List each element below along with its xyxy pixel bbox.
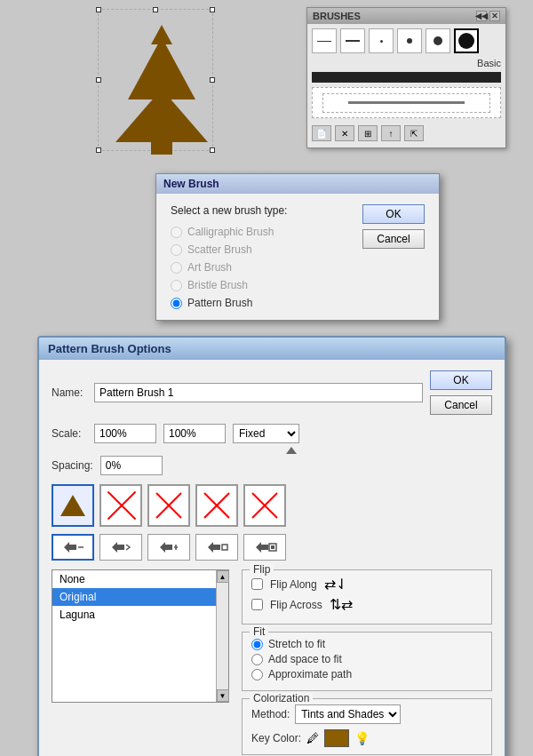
handle-ml[interactable] [96,77,101,83]
flip-along-label: Flip Along [270,578,317,591]
arrow-icon-4 [204,538,229,556]
fit-stretch-radio[interactable] [251,639,263,650]
tile-box-2[interactable] [99,484,142,527]
pattern-ok-btn[interactable]: OK [430,370,492,390]
pattern-lower: None Original Laguna ▲ ▼ Flip [52,569,492,756]
handle-tl[interactable] [96,7,101,12]
brushes-toolbar: 📄 ✕ ⊞ ↑ ⇱ [312,123,501,143]
handle-tr[interactable] [210,7,215,12]
pattern-cancel-btn[interactable]: Cancel [430,395,492,415]
tile-arrow-1[interactable] [52,534,94,561]
fit-addspace-label: Add space to fit [268,653,342,665]
brush-swatch-3[interactable] [369,28,394,53]
flip-across-checkbox[interactable] [251,599,263,610]
brush-swatch-5[interactable] [426,28,450,53]
svg-rect-9 [271,545,274,549]
key-color-swatch[interactable] [324,729,349,747]
name-input[interactable] [94,383,423,402]
scale-input-2[interactable] [163,424,226,443]
brush-swatch-2[interactable] [340,28,365,53]
new-brush-prompt: Select a new brush type: [171,204,354,217]
spacing-row: Spacing: [52,456,492,475]
brush-swatch-6[interactable] [454,28,479,53]
fit-approx-radio[interactable] [251,669,263,680]
new-brush-radio-group: Calligraphic Brush Scatter Brush Art Bru… [171,226,354,309]
spacing-input[interactable] [100,456,163,475]
key-color-label: Key Color: [251,732,301,744]
brush-tool-expand[interactable]: ⇱ [404,125,424,141]
list-item-laguna[interactable]: Laguna [52,606,216,624]
flip-across-icon: ⇅⇄ [330,596,353,613]
radio-scatter-input[interactable] [171,244,182,256]
brush-tool-options[interactable]: ⊞ [358,125,378,141]
brushes-panel-title: BRUSHES [313,11,361,21]
tile-arrow-5[interactable] [243,534,286,561]
list-section: None Original Laguna ▲ ▼ [52,569,229,756]
arrow-icon-2 [108,538,133,556]
radio-pattern-input[interactable] [171,298,182,309]
handle-mr[interactable] [210,77,215,83]
flip-across-row: Flip Across ⇅⇄ [251,596,482,613]
new-brush-ok-btn[interactable]: OK [362,204,425,224]
list-item-none[interactable]: None [52,570,216,588]
flip-along-checkbox[interactable] [251,578,263,590]
tile-arrows-row [52,534,492,561]
radio-calligraphic-input[interactable] [171,227,182,238]
brush-preview-box[interactable] [312,87,501,118]
brushes-close-btn[interactable]: ✕ [489,11,500,21]
method-select[interactable]: Tints and Shades Tints Hue Shift None [295,704,401,724]
scroll-down-btn[interactable]: ▼ [217,689,229,702]
scale-row: Scale: Fixed Random Pressure [52,424,492,443]
tile-arrow-3[interactable] [147,534,190,561]
radio-bristle-input[interactable] [171,280,182,291]
tile-box-4[interactable] [195,484,238,527]
tile-x-icon-3 [153,489,185,521]
brush-dot-4 [407,38,412,44]
name-row: Name: OK Cancel [52,370,492,415]
fit-addspace-radio[interactable] [251,654,263,665]
flip-along-icon: ⇄⇃ [324,576,347,593]
handle-br[interactable] [210,147,215,153]
arrow-icon-3 [156,538,181,556]
light-bulb-icon[interactable]: 💡 [354,731,370,745]
new-brush-dialog: New Brush Select a new brush type: Calli… [155,173,440,321]
svg-rect-7 [222,545,227,550]
brushes-collapse-btn[interactable]: ◀◀ [476,11,487,21]
pattern-brush-title: Pattern Brush Options [48,342,171,355]
tile-arrow-4[interactable] [195,534,238,561]
new-brush-content: Select a new brush type: Calligraphic Br… [156,194,439,320]
tile-box-3[interactable] [147,484,190,527]
brush-tool-delete[interactable]: ✕ [335,125,354,141]
scale-slider-arrow [91,447,492,454]
radio-pattern-label: Pattern Brush [187,297,252,309]
tile-box-5[interactable] [243,484,286,527]
new-brush-left: Select a new brush type: Calligraphic Br… [171,204,354,309]
radio-scatter-label: Scatter Brush [187,243,252,256]
new-brush-cancel-btn[interactable]: Cancel [362,229,425,249]
flip-legend: Flip [250,563,274,576]
list-box: None Original Laguna ▲ ▼ [52,569,229,703]
brush-swatch-1[interactable] [312,28,337,53]
handle-tm[interactable] [153,7,158,12]
brush-swatch-4[interactable] [397,28,422,53]
new-brush-titlebar: New Brush [156,174,439,194]
tile-x-icon-5 [249,489,281,521]
radio-art-input[interactable] [171,262,182,274]
tile-box-1[interactable] [52,484,94,527]
scale-input-1[interactable] [94,424,156,443]
brush-swatches-row [312,28,501,53]
brushes-label-row: Basic [312,58,501,68]
key-color-row: Key Color: 🖉 💡 [251,729,482,747]
fit-stretch-label: Stretch to fit [268,638,325,650]
name-label: Name: [52,386,87,399]
brush-tool-select[interactable]: ↑ [381,125,401,141]
scale-select[interactable]: Fixed Random Pressure [233,424,299,443]
brush-tool-new[interactable]: 📄 [312,125,331,141]
list-item-original[interactable]: Original [52,588,216,606]
fit-legend: Fit [250,625,268,638]
handle-bl[interactable] [96,147,101,153]
tile-arrow-2[interactable] [99,534,142,561]
eyedropper-icon[interactable]: 🖉 [306,731,319,745]
flip-group: Flip Flip Along ⇄⇃ Flip Across ⇅⇄ [242,569,492,625]
scroll-up-btn[interactable]: ▲ [217,570,229,583]
